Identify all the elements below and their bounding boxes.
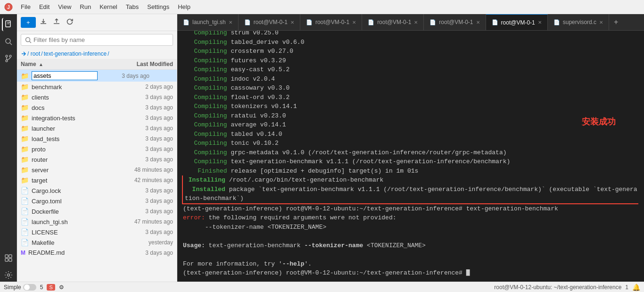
- download-button[interactable]: [38, 16, 49, 29]
- tab-2[interactable]: 📄root@VM-0-1✕: [300, 14, 362, 31]
- tab-close-button[interactable]: ✕: [599, 20, 603, 25]
- tab-icon: 📄: [492, 19, 498, 25]
- file-icon: 📄: [21, 208, 29, 215]
- list-item[interactable]: MREADME.md3 days ago: [17, 248, 177, 258]
- notification-count[interactable]: 1: [625, 284, 628, 291]
- list-item[interactable]: 📁docs3 days ago: [17, 102, 177, 113]
- menu-file[interactable]: File: [17, 1, 34, 12]
- file-icon: 📄: [21, 197, 29, 205]
- terminal-line: Compiling tonic v0.10.2: [183, 139, 638, 148]
- toggle-knob: [24, 284, 30, 290]
- settings-gear-icon[interactable]: ⚙: [59, 284, 64, 291]
- search-input[interactable]: [33, 36, 169, 43]
- file-name: integration-tests: [32, 115, 121, 122]
- simple-label: Simple: [4, 284, 21, 291]
- files-icon[interactable]: [2, 18, 15, 31]
- tab-1[interactable]: 📄root@VM-0-1✕: [239, 14, 300, 31]
- breadcrumb-root[interactable]: / root: [27, 50, 40, 57]
- tab-close-button[interactable]: ✕: [538, 20, 542, 25]
- list-item[interactable]: 📁benchmark2 days ago: [17, 82, 177, 92]
- list-item[interactable]: 📁router3 days ago: [17, 154, 177, 165]
- terminal[interactable]: Compiling strum_macros v0.25.3 Compiling…: [177, 31, 644, 282]
- upload-button[interactable]: [51, 16, 62, 29]
- list-item[interactable]: 📄LICENSE3 days ago: [17, 227, 177, 237]
- folder-icon: 📁: [21, 104, 29, 111]
- tab-close-button[interactable]: ✕: [352, 20, 356, 25]
- list-item[interactable]: 📄Dockerfile3 days ago: [17, 206, 177, 217]
- file-icon: M: [21, 250, 25, 256]
- list-item[interactable]: 📁server48 minutes ago: [17, 165, 177, 175]
- folder-icon: 📁: [21, 135, 29, 142]
- terminal-line: Compiling text-generation-benchmark v1.1…: [183, 157, 638, 167]
- tab-close-button[interactable]: ✕: [476, 20, 480, 25]
- list-item[interactable]: 📁integration-tests3 days ago: [17, 113, 177, 123]
- list-item[interactable]: 📁3 days ago: [17, 70, 177, 82]
- modified-column-header[interactable]: Last Modified: [121, 61, 173, 67]
- name-column-header[interactable]: Name ▲: [21, 61, 121, 67]
- tab-5[interactable]: 📄root@VM-0-1✕: [486, 14, 548, 31]
- list-item[interactable]: 📁target42 minutes ago: [17, 175, 177, 185]
- tab-0[interactable]: 📄launch_tgi.sh✕: [177, 14, 239, 31]
- menu-help[interactable]: Help: [174, 1, 194, 12]
- breadcrumb: / root / text-generation-inference /: [17, 49, 177, 59]
- terminal-line: For more information, try '--help'.: [183, 259, 638, 269]
- settings-icon[interactable]: [2, 268, 15, 282]
- sidebar-toolbar: +: [17, 14, 177, 31]
- folder-icon: 📁: [21, 83, 29, 91]
- tab-4[interactable]: 📄root@VM-0-1✕: [424, 14, 486, 31]
- file-name: docs: [32, 104, 121, 111]
- toggle-switch[interactable]: [23, 284, 36, 291]
- app-logo: J: [4, 2, 13, 12]
- menu-run[interactable]: Run: [76, 1, 95, 12]
- breadcrumb-dir[interactable]: text-generation-inference: [44, 50, 107, 57]
- svg-rect-13: [9, 259, 12, 261]
- git-icon[interactable]: [2, 52, 15, 65]
- tab-6[interactable]: 📄supervisord.c✕: [548, 14, 609, 31]
- file-name-input[interactable]: [32, 71, 98, 80]
- terminal-line: Compiling strum v0.25.0: [183, 31, 638, 38]
- file-date: 3 days ago: [121, 104, 173, 111]
- add-tab-button[interactable]: +: [609, 18, 623, 26]
- file-date: 3 days ago: [98, 73, 149, 79]
- file-date: yesterday: [121, 239, 173, 246]
- list-item[interactable]: 📁load_tests3 days ago: [17, 133, 177, 144]
- menu-kernel[interactable]: Kernel: [96, 1, 121, 12]
- menu-tabs[interactable]: Tabs: [122, 1, 142, 12]
- extensions-icon[interactable]: [2, 251, 15, 265]
- list-item[interactable]: 📄Cargo.lock3 days ago: [17, 185, 177, 196]
- file-date: 3 days ago: [121, 135, 173, 142]
- file-name: router: [32, 156, 121, 163]
- terminal-line: Compiling ratatui v0.23.0: [183, 111, 638, 121]
- tab-icon: 📄: [183, 19, 190, 25]
- file-list-header: Name ▲ Last Modified: [17, 59, 177, 70]
- terminal-line: Installing /root/.cargo/bin/text-generat…: [182, 175, 638, 185]
- tab-close-button[interactable]: ✕: [229, 20, 232, 25]
- svg-rect-11: [9, 255, 12, 258]
- search-icon-activity[interactable]: [2, 35, 15, 48]
- tab-label: supervisord.c: [563, 19, 596, 25]
- menu-settings[interactable]: Settings: [143, 1, 173, 12]
- list-item[interactable]: 📄launch_tgi.sh47 minutes ago: [17, 217, 177, 227]
- list-item[interactable]: 📁clients3 days ago: [17, 92, 177, 102]
- tab-close-button[interactable]: ✕: [414, 20, 418, 25]
- file-date: 3 days ago: [121, 229, 173, 235]
- list-item[interactable]: 📄Makefileyesterday: [17, 237, 177, 248]
- file-date: 3 days ago: [121, 187, 173, 194]
- bell-icon[interactable]: 🔔: [632, 284, 640, 291]
- folder-icon: 📁: [21, 125, 29, 132]
- tab-3[interactable]: 📄root@VM-0-1✕: [362, 14, 424, 31]
- file-name: target: [32, 177, 121, 184]
- list-item[interactable]: 📁launcher3 days ago: [17, 123, 177, 133]
- tab-close-button[interactable]: ✕: [290, 20, 294, 25]
- tab-icon: 📄: [368, 19, 374, 25]
- refresh-button[interactable]: [64, 16, 75, 29]
- terminal-line: Finished release [optimized + debuginfo]…: [183, 167, 638, 176]
- svg-rect-12: [5, 259, 8, 261]
- svg-point-5: [6, 39, 10, 43]
- list-item[interactable]: 📁proto3 days ago: [17, 144, 177, 154]
- search-box[interactable]: [21, 34, 173, 46]
- list-item[interactable]: 📄Cargo.toml3 days ago: [17, 196, 177, 206]
- new-file-button[interactable]: +: [21, 17, 36, 28]
- menu-view[interactable]: View: [54, 1, 75, 12]
- menu-edit[interactable]: Edit: [35, 1, 53, 12]
